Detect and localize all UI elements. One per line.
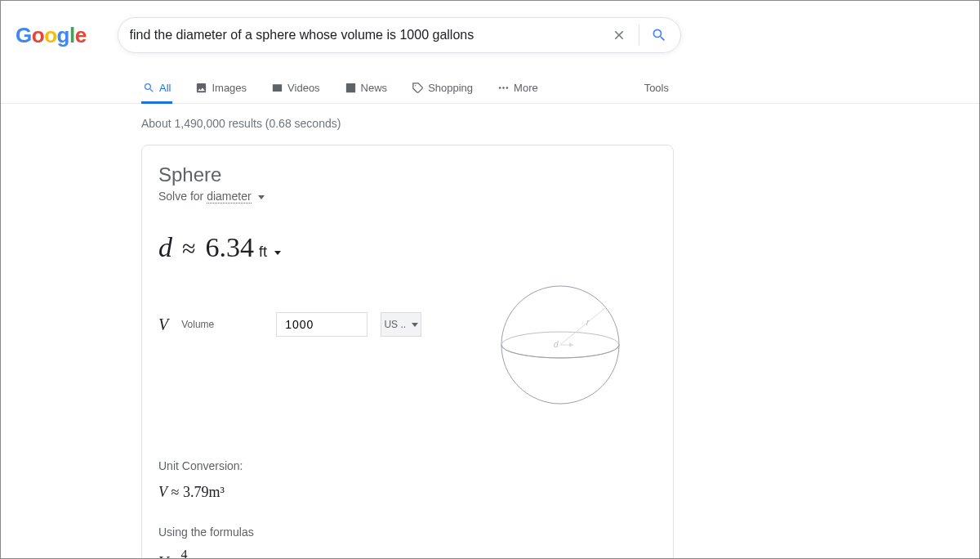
result-unit-dropdown[interactable]: ft [259, 244, 281, 261]
tab-news[interactable]: News [343, 82, 390, 103]
tab-label: Shopping [428, 82, 473, 94]
volume-label: Volume [181, 319, 214, 330]
result-equation: d ≈ 6.34 ft [158, 232, 657, 263]
volume-symbol: V [158, 315, 168, 334]
unit-conversion-equation: V ≈ 3.79m³ [158, 484, 657, 501]
unit-conversion-label: Unit Conversion: [158, 459, 657, 472]
svg-text:d: d [554, 340, 559, 349]
clear-icon[interactable] [609, 25, 629, 45]
svg-point-0 [415, 85, 416, 86]
tab-more[interactable]: More [496, 82, 540, 103]
tab-label: News [361, 82, 388, 94]
sphere-diagram: r d [495, 280, 626, 414]
volume-input[interactable] [276, 312, 368, 337]
result-symbol: d [158, 232, 172, 263]
card-title: Sphere [158, 163, 657, 186]
solve-for-label: Solve for [158, 190, 203, 203]
fraction: 4 3 [181, 548, 188, 559]
solve-for-dropdown[interactable]: diameter [207, 190, 251, 203]
tools-button[interactable]: Tools [644, 82, 669, 103]
search-icon[interactable] [649, 25, 669, 45]
chevron-down-icon [274, 251, 281, 255]
divider [639, 25, 639, 46]
svg-text:r: r [586, 318, 590, 327]
google-logo[interactable]: Google [16, 23, 87, 48]
svg-marker-9 [569, 342, 573, 347]
tab-label: More [514, 82, 538, 94]
svg-line-6 [560, 307, 606, 345]
knowledge-card: Sphere Solve for diameter d ≈ 6.34 ft V … [141, 145, 674, 559]
approx-symbol: ≈ [182, 235, 195, 262]
chevron-down-icon [258, 195, 265, 199]
search-tabs: All Images Videos News Shopping More Too… [1, 71, 979, 104]
tab-all[interactable]: All [141, 82, 172, 103]
formula-volume: V = 4 3 π r ³ [158, 548, 657, 559]
tab-videos[interactable]: Videos [270, 82, 322, 103]
formulas-label: Using the formulas [158, 525, 657, 539]
svg-point-1 [499, 87, 501, 89]
tab-images[interactable]: Images [194, 82, 248, 103]
result-value: 6.34 [205, 232, 254, 263]
search-input[interactable] [130, 28, 609, 42]
solve-for-row: Solve for diameter [158, 190, 657, 203]
svg-point-3 [506, 87, 509, 89]
result-stats: About 1,490,000 results (0.68 seconds) [141, 117, 979, 130]
svg-point-2 [502, 87, 505, 89]
tab-shopping[interactable]: Shopping [410, 82, 474, 103]
tab-label: Images [212, 82, 247, 94]
search-bar [118, 17, 681, 53]
chevron-down-icon [412, 323, 418, 327]
tab-label: Videos [287, 82, 320, 94]
tab-label: All [159, 82, 171, 94]
volume-unit-dropdown[interactable]: US .. [381, 312, 421, 337]
